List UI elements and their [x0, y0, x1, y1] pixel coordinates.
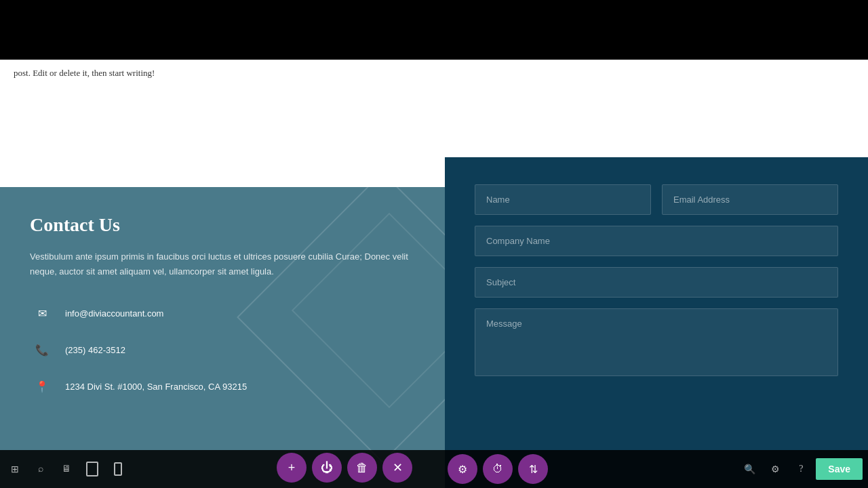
floating-action-buttons: + ⏻ 🗑 ✕: [277, 453, 412, 483]
address-info: 📍 1234 Divi St. #1000, San Francisco, CA…: [30, 374, 415, 399]
power-button[interactable]: ⏻: [312, 453, 342, 483]
main-content-area: post. Edit or delete it, then start writ…: [0, 60, 445, 187]
tablet-icon: [86, 462, 98, 476]
main-content-text: post. Edit or delete it, then start writ…: [14, 66, 431, 80]
contact-right-section: [445, 157, 868, 488]
form-row-1: [475, 184, 838, 215]
phone-text: (235) 462-3512: [65, 345, 125, 355]
location-icon: 📍: [30, 374, 54, 399]
search-icon-btn[interactable]: ⌕: [28, 457, 53, 481]
subject-input[interactable]: [475, 267, 838, 298]
mobile-icon-btn[interactable]: [106, 457, 130, 481]
sort-fab[interactable]: ⇅: [518, 454, 548, 484]
contact-heading: Contact Us: [30, 214, 415, 236]
toolbar-left-icons: ⊞ ⌕ 🖥: [0, 457, 133, 481]
top-bar: [0, 0, 868, 60]
email-icon: ✉: [30, 301, 54, 325]
toolbar-right-area: 🔍 ⚙ ? Save: [738, 458, 868, 480]
trash-button[interactable]: 🗑: [347, 453, 377, 483]
company-input[interactable]: [475, 226, 838, 256]
desktop-icon: 🖥: [62, 464, 71, 474]
clock-fab[interactable]: ⏱: [483, 454, 513, 484]
help-icon-btn[interactable]: ?: [790, 458, 812, 480]
email-input[interactable]: [662, 184, 838, 215]
mobile-icon: [114, 462, 122, 476]
message-input[interactable]: [475, 308, 838, 376]
phone-info: 📞 (235) 462-3512: [30, 338, 415, 362]
name-input[interactable]: [475, 184, 651, 215]
grid-icon-btn[interactable]: ⊞: [3, 457, 27, 481]
contact-description: Vestibulum ante ipsum primis in faucibus…: [30, 249, 415, 279]
message-row: [475, 308, 838, 379]
center-right-fabs: ⚙ ⏱ ⇅: [448, 454, 548, 484]
search2-icon-btn[interactable]: 🔍: [738, 458, 760, 480]
address-text: 1234 Divi St. #1000, San Francisco, CA 9…: [65, 382, 247, 392]
desktop-icon-btn[interactable]: 🖥: [54, 457, 79, 481]
bottom-toolbar: ⊞ ⌕ 🖥 + ⏻ 🗑 ✕ ⚙ ⏱ ⇅ 🔍 ⚙ ? Save: [0, 450, 868, 488]
options-icon-btn[interactable]: ⚙: [764, 458, 786, 480]
save-button[interactable]: Save: [816, 458, 863, 480]
contact-left-section: Contact Us Vestibulum ante ipsum primis …: [0, 187, 445, 488]
add-button[interactable]: +: [277, 453, 307, 483]
settings-fab[interactable]: ⚙: [448, 454, 477, 484]
subject-row: [475, 267, 838, 298]
search-icon: ⌕: [38, 464, 43, 474]
tablet-icon-btn[interactable]: [80, 457, 104, 481]
company-row: [475, 226, 838, 256]
close-button[interactable]: ✕: [382, 453, 412, 483]
email-info: ✉ info@diviaccountant.com: [30, 301, 415, 325]
grid-icon: ⊞: [11, 464, 19, 475]
phone-icon: 📞: [30, 338, 54, 362]
email-text: info@diviaccountant.com: [65, 308, 163, 319]
